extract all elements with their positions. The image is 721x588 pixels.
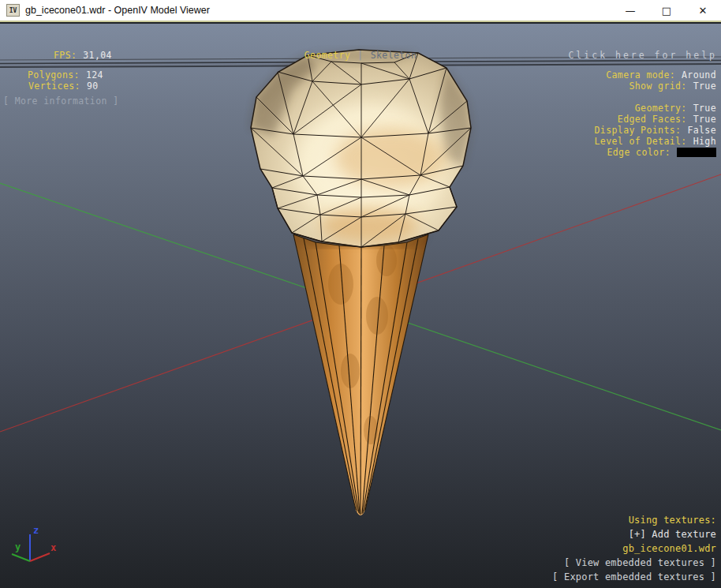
view-embedded-textures-button[interactable]: [ View embedded textures ] [552,556,716,570]
texture-model-file[interactable]: gb_icecone01.wdr [552,541,716,556]
cone-mesh [293,234,428,515]
render-settings: Geometry: True Edged Faces: True Display… [595,103,716,158]
minimize-button[interactable]: — [612,0,648,21]
help-link[interactable]: Click here for help [568,50,717,61]
maximize-button[interactable]: □ [648,0,685,21]
textures-panel: Using textures: [+] Add texture gb_iceco… [552,513,716,584]
axis-label-y: y [15,541,21,552]
axis-gizmo: z y x [12,525,56,561]
close-button[interactable]: ✕ [685,0,721,21]
add-texture-button[interactable]: [+] Add texture [552,527,716,541]
axis-label-z: z [33,525,39,536]
app-window: IV gb_icecone01.wdr - OpenIV Model Viewe… [0,0,721,588]
polygons-counter: Polygons:124 [28,69,103,81]
vertices-counter: Vertices:90 [28,81,99,92]
level-of-detail-setting[interactable]: Level of Detail: High [595,136,716,147]
title-bar: IV gb_icecone01.wdr - OpenIV Model Viewe… [0,0,721,22]
show-grid-setting[interactable]: Show grid: True [606,81,716,92]
tab-skeleton[interactable]: Skeleton [371,50,417,61]
app-icon: IV [6,4,20,17]
window-title: gb_icecone01.wdr - OpenIV Model Viewer [25,5,210,16]
geometry-setting[interactable]: Geometry: True [595,103,716,114]
axis-label-x: x [50,542,56,553]
edge-color-swatch[interactable] [677,148,716,157]
camera-settings: Camera mode: Around Show grid: True [606,69,716,92]
tab-geometry[interactable]: Geometry [304,50,351,61]
tab-separator: | [357,50,363,61]
edge-color-setting: Edge color: [595,147,716,158]
export-embedded-textures-button[interactable]: [ Export embedded textures ] [552,570,716,584]
display-points-setting[interactable]: Display Points: False [595,125,716,136]
more-information-link[interactable]: [ More information ] [3,96,118,107]
model-viewport[interactable]: z y x FPS:31,04 Polygons:124 Vertices:90… [0,24,721,588]
camera-mode-setting[interactable]: Camera mode: Around [606,69,716,81]
using-textures-heading: Using textures: [552,513,716,527]
scoop-mesh [251,50,471,247]
edged-faces-setting[interactable]: Edged Faces: True [595,114,716,125]
